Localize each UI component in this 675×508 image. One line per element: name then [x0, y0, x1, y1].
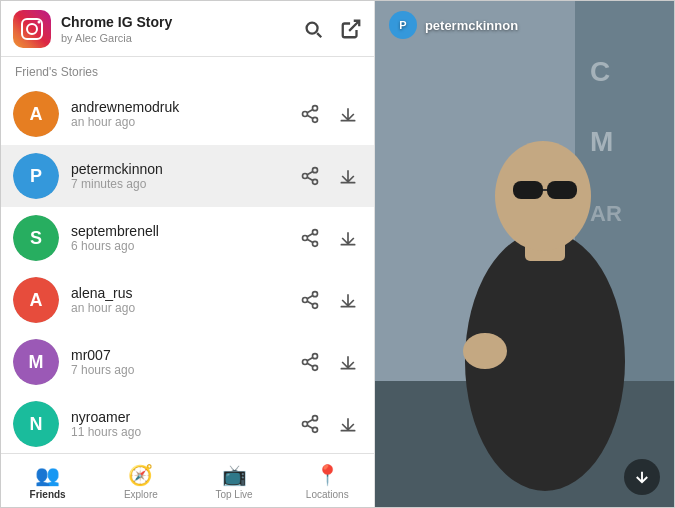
story-actions	[296, 410, 362, 438]
svg-line-17	[307, 171, 313, 174]
download-button[interactable]	[624, 459, 660, 495]
download-icon[interactable]	[334, 224, 362, 252]
story-time: 6 hours ago	[71, 239, 296, 253]
nav-label: Explore	[124, 489, 158, 500]
svg-point-33	[312, 365, 317, 370]
svg-point-32	[302, 360, 307, 365]
story-info: septembrenell 6 hours ago	[71, 223, 296, 253]
svg-rect-24	[340, 244, 355, 246]
svg-point-20	[302, 236, 307, 241]
nav-icon: 📍	[315, 463, 340, 487]
share-icon[interactable]	[296, 410, 324, 438]
story-username: septembrenell	[71, 223, 296, 239]
svg-line-6	[349, 20, 359, 30]
svg-point-4	[306, 22, 317, 33]
nav-icon: 👥	[35, 463, 60, 487]
story-item[interactable]: P petermckinnon 7 minutes ago	[1, 145, 374, 207]
avatar-image: P	[13, 153, 59, 199]
svg-point-26	[302, 298, 307, 303]
nav-item-friends[interactable]: 👥 Friends	[1, 454, 94, 508]
svg-rect-36	[340, 368, 355, 370]
avatar: A	[13, 91, 59, 137]
story-time: an hour ago	[71, 301, 296, 315]
right-panel: C M AR P petermckinnon	[375, 1, 674, 508]
open-external-icon[interactable]	[340, 18, 362, 40]
svg-point-64	[463, 333, 507, 369]
nav-item-explore[interactable]: 🧭 Explore	[94, 454, 187, 508]
nav-label: Friends	[30, 489, 66, 500]
search-icon[interactable]	[302, 18, 324, 40]
svg-line-11	[307, 109, 313, 112]
story-time: 7 minutes ago	[71, 177, 296, 191]
download-icon[interactable]	[334, 162, 362, 190]
svg-rect-18	[340, 182, 355, 184]
svg-line-29	[307, 295, 313, 298]
nav-item-locations[interactable]: 📍 Locations	[281, 454, 374, 508]
svg-point-25	[312, 292, 317, 297]
svg-line-40	[307, 425, 313, 428]
svg-line-22	[307, 239, 313, 242]
svg-line-10	[307, 115, 313, 118]
bottom-nav: 👥 Friends 🧭 Explore 📺 Top Live 📍 Locatio…	[1, 453, 374, 508]
svg-point-7	[312, 106, 317, 111]
download-icon[interactable]	[334, 100, 362, 128]
svg-rect-30	[340, 306, 355, 308]
share-icon[interactable]	[296, 100, 324, 128]
story-item[interactable]: A andrewnemodruk an hour ago	[1, 83, 374, 145]
story-info: andrewnemodruk an hour ago	[71, 99, 296, 129]
story-actions	[296, 286, 362, 314]
avatar-image: A	[13, 91, 59, 137]
download-icon[interactable]	[334, 410, 362, 438]
story-time: an hour ago	[71, 115, 296, 129]
svg-line-28	[307, 301, 313, 304]
svg-point-37	[312, 416, 317, 421]
app-title: Chrome IG Story	[61, 13, 302, 31]
story-item[interactable]: A alena_rus an hour ago	[1, 269, 374, 331]
download-icon[interactable]	[334, 348, 362, 376]
stories-list: A andrewnemodruk an hour ago	[1, 83, 374, 453]
svg-point-39	[312, 427, 317, 432]
story-actions	[296, 224, 362, 252]
svg-line-41	[307, 419, 313, 422]
story-item[interactable]: N nyroamer 11 hours ago	[1, 393, 374, 453]
svg-point-31	[312, 354, 317, 359]
story-username: petermckinnon	[71, 161, 296, 177]
avatar-image: M	[13, 339, 59, 385]
avatar: N	[13, 401, 59, 447]
video-background: C M AR	[375, 1, 674, 508]
story-item[interactable]: S septembrenell 6 hours ago	[1, 207, 374, 269]
story-item[interactable]: M mr007 7 hours ago	[1, 331, 374, 393]
avatar-image: A	[13, 277, 59, 323]
svg-point-14	[302, 174, 307, 179]
header-text: Chrome IG Story by Alec Garcia	[61, 13, 302, 43]
download-icon[interactable]	[334, 286, 362, 314]
svg-point-3	[38, 20, 41, 23]
section-label: Friend's Stories	[1, 57, 374, 83]
nav-item-top-live[interactable]: 📺 Top Live	[187, 454, 280, 508]
svg-point-38	[302, 422, 307, 427]
share-icon[interactable]	[296, 348, 324, 376]
svg-text:M: M	[590, 126, 613, 157]
svg-point-13	[312, 168, 317, 173]
avatar: A	[13, 277, 59, 323]
svg-point-27	[312, 303, 317, 308]
nav-icon: 📺	[222, 463, 247, 487]
svg-line-35	[307, 357, 313, 360]
share-icon[interactable]	[296, 286, 324, 314]
story-info: nyroamer 11 hours ago	[71, 409, 296, 439]
nav-icon: 🧭	[128, 463, 153, 487]
video-avatar: P	[389, 11, 417, 39]
svg-point-8	[302, 112, 307, 117]
share-icon[interactable]	[296, 162, 324, 190]
avatar: S	[13, 215, 59, 261]
svg-text:AR: AR	[590, 201, 622, 226]
story-info: mr007 7 hours ago	[71, 347, 296, 377]
svg-text:C: C	[590, 56, 610, 87]
left-panel: Chrome IG Story by Alec Garcia Friend's …	[1, 1, 375, 508]
svg-point-15	[312, 179, 317, 184]
story-time: 7 hours ago	[71, 363, 296, 377]
svg-line-23	[307, 233, 313, 236]
video-username-text: petermckinnon	[425, 18, 518, 33]
share-icon[interactable]	[296, 224, 324, 252]
svg-line-5	[317, 33, 321, 37]
